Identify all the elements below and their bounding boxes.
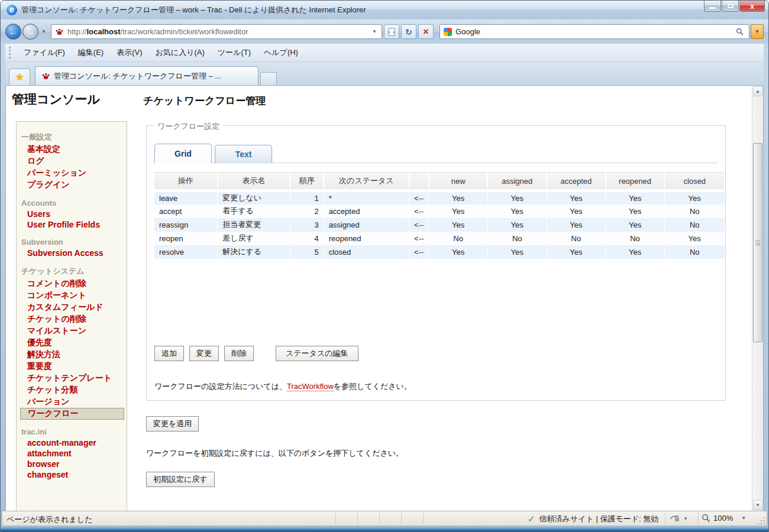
sidebar-item[interactable]: 基本設定 (20, 144, 127, 155)
cell-arrow: <-- (409, 218, 429, 232)
favorites-button[interactable]: ★ (9, 69, 30, 85)
menu-item-0[interactable]: ファイル(F) (17, 44, 72, 61)
cell-display-name: 解決にする (218, 245, 290, 259)
sidebar-item[interactable]: account-manager (20, 437, 127, 448)
sidebar-item[interactable]: ワークフロー (20, 408, 124, 420)
browser-window: e 管理コンソール: チケットワークフロー管理 – work – Trac - … (0, 0, 769, 532)
apply-changes-button[interactable]: 変更を適用 (146, 416, 199, 432)
cell-next-status: * (324, 191, 409, 205)
security-zone-text: 信頼済みサイト | 保護モード: 無効 (539, 514, 659, 524)
url-text: http://localhost/trac/work/admin/ticket/… (67, 27, 371, 36)
workflow-row[interactable]: resolve解決にする5closed<--YesYesYesYesNo (154, 245, 725, 259)
sidebar-item[interactable]: Users (20, 209, 127, 219)
sidebar-item[interactable]: changeset (20, 469, 127, 480)
scroll-up-button[interactable]: ▲ (753, 86, 762, 96)
minimize-button[interactable] (704, 1, 721, 12)
search-button[interactable] (734, 28, 745, 35)
edit-status-button[interactable]: ステータスの編集 (276, 346, 358, 361)
tab-text[interactable]: Text (215, 145, 272, 163)
title-bar: e 管理コンソール: チケットワークフロー管理 – work – Trac - … (1, 1, 768, 20)
search-box[interactable]: Google (440, 24, 749, 39)
active-browser-tab[interactable]: 管理コンソール: チケットワークフロー管理 – ... (35, 66, 259, 85)
workflow-row[interactable]: accept着手する2accepted<--YesYesYesYesNo (154, 205, 725, 218)
sidebar-item[interactable]: バージョン (20, 396, 127, 408)
workflow-row[interactable]: leave変更しない1*<--YesYesYesYesYes (154, 191, 725, 205)
zone-lock-icon (670, 514, 680, 523)
sidebar-item[interactable]: ログ (20, 155, 127, 167)
vertical-scrollbar[interactable]: ▲ ▼ (752, 86, 763, 511)
sidebar-item[interactable]: チケットの削除 (20, 313, 127, 325)
cell-arrow: <-- (409, 232, 429, 245)
scroll-down-button[interactable]: ▼ (753, 500, 762, 510)
page-title: チケットワークフロー管理 (143, 94, 266, 108)
cell-state: Yes (487, 245, 547, 259)
cell-next-status: closed (324, 245, 409, 259)
protected-mode-button[interactable]: ▼ (670, 514, 688, 523)
back-button[interactable]: ← (5, 24, 21, 40)
close-button[interactable]: x (739, 1, 765, 12)
page-icon (387, 28, 396, 36)
sidebar-item[interactable]: パーミッション (20, 167, 127, 179)
sidebar-item[interactable]: チケット分類 (20, 384, 127, 396)
status-bar: ページが表示されました ✓ 信頼済みサイト | 保護モード: 無効 ▼ 100% (2, 511, 767, 526)
history-dropdown[interactable]: ▼ (41, 29, 46, 34)
tab-bar: ★ 管理コンソール: チケットワークフロー管理 – ... (5, 62, 764, 85)
workflow-row[interactable]: reassign担当者変更3assigned<--YesYesYesYesNo (154, 218, 725, 232)
sidebar-item[interactable]: User Profile Fields (20, 219, 127, 230)
forward-arrow-icon: → (26, 27, 35, 37)
cell-operation: leave (154, 191, 218, 205)
sidebar-item[interactable]: マイルストーン (20, 325, 127, 337)
cell-state: No (664, 245, 725, 259)
sidebar-item[interactable]: コンポーネント (20, 290, 127, 301)
sidebar-item[interactable]: チケットテンプレート (20, 372, 127, 384)
zoom-control[interactable]: 100% ▼ (702, 514, 746, 523)
compatibility-view-button[interactable] (384, 24, 399, 39)
cell-state: Yes (429, 205, 488, 218)
new-tab-button[interactable] (260, 72, 277, 85)
workflow-row[interactable]: reopen差し戻す4reopened<--NoNoNoNoYes (154, 232, 725, 245)
forward-button[interactable]: → (22, 24, 38, 40)
menu-item-1[interactable]: 編集(E) (72, 44, 110, 61)
scrollbar-thumb[interactable] (753, 143, 762, 342)
column-header: closed (664, 173, 725, 191)
reset-defaults-button[interactable]: 初期設定に戻す (146, 472, 215, 487)
stop-button[interactable]: × (418, 24, 434, 39)
delete-button[interactable]: 削除 (224, 346, 254, 361)
address-dropdown[interactable]: ▼ (371, 29, 378, 34)
table-header-row: 操作表示名順序次のステータスnewassignedacceptedreopene… (154, 173, 725, 191)
menu-item-5[interactable]: ヘルプ(H) (257, 44, 305, 61)
sidebar-item[interactable]: カスタムフィールド (20, 301, 127, 313)
maximize-button[interactable] (722, 1, 739, 12)
search-icon (736, 28, 744, 35)
address-bar[interactable]: http://localhost/trac/work/admin/ticket/… (51, 24, 382, 39)
caret-down-icon: ▼ (741, 515, 746, 521)
sidebar-item[interactable]: コメントの削除 (20, 278, 127, 290)
menu-item-4[interactable]: ツール(T) (211, 44, 257, 61)
sidebar-item[interactable]: 解決方法 (20, 349, 127, 361)
cell-state: Yes (547, 205, 606, 218)
sidebar-item[interactable]: attachment (20, 448, 127, 459)
menu-item-3[interactable]: お気に入り(A) (149, 44, 211, 61)
tab-grid[interactable]: Grid (154, 144, 212, 163)
search-options-dropdown[interactable]: ▼ (751, 24, 764, 39)
refresh-button[interactable]: ↻ (401, 24, 416, 39)
tracworkflow-link[interactable]: TracWorkflow (287, 382, 334, 391)
sidebar-section-heading: Subversion (21, 238, 127, 246)
modify-button[interactable]: 変更 (189, 346, 219, 361)
resize-grip[interactable] (757, 516, 766, 525)
add-button[interactable]: 追加 (154, 346, 184, 361)
security-zone-status[interactable]: ✓ 信頼済みサイト | 保護モード: 無効 (528, 514, 658, 524)
sidebar-item[interactable]: browser (20, 459, 127, 469)
sidebar-section-heading: trac.ini (21, 427, 127, 436)
sidebar-item[interactable]: Subversion Access (20, 248, 127, 258)
trac-admin-page: 管理コンソール 一般設定基本設定ログパーミッションプラグインAccountsUs… (6, 86, 752, 511)
caret-down-icon: ▼ (755, 29, 760, 34)
column-header (409, 173, 429, 191)
cell-order: 4 (290, 232, 324, 245)
search-engine-label: Google (455, 27, 734, 36)
sidebar-item[interactable]: プラグイン (20, 179, 127, 191)
menu-item-2[interactable]: 表示(V) (110, 44, 148, 61)
trac-favicon-icon (55, 27, 64, 36)
sidebar-item[interactable]: 重要度 (20, 361, 127, 372)
sidebar-item[interactable]: 優先度 (20, 337, 127, 349)
